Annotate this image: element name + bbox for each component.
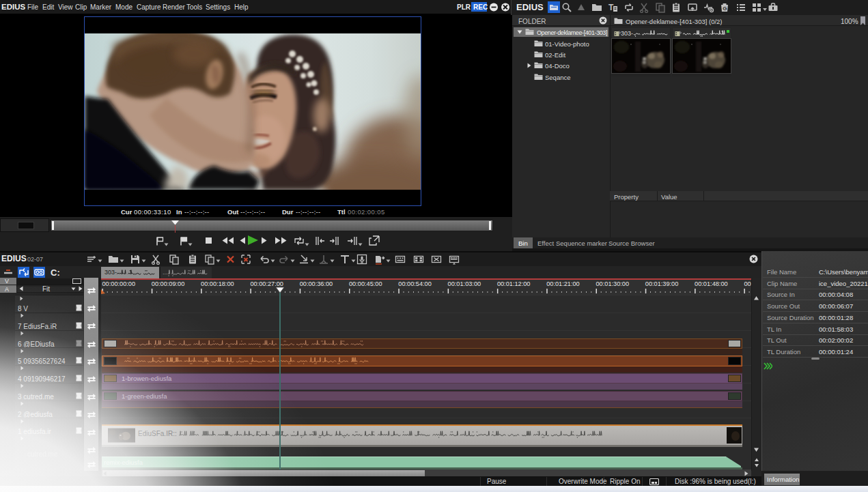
svg-text:T: T: [608, 3, 614, 12]
svg-text:G: G: [723, 5, 727, 12]
